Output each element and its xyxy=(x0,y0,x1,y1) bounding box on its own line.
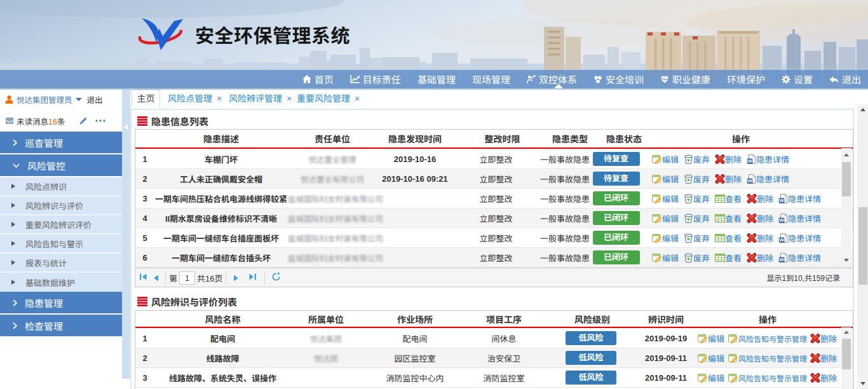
svg-text:W: W xyxy=(779,237,784,243)
svg-text:W: W xyxy=(779,198,784,203)
svg-text:W: W xyxy=(747,178,752,184)
svg-text:W: W xyxy=(779,257,784,263)
svg-text:W: W xyxy=(747,158,752,164)
svg-text:W: W xyxy=(779,217,784,223)
